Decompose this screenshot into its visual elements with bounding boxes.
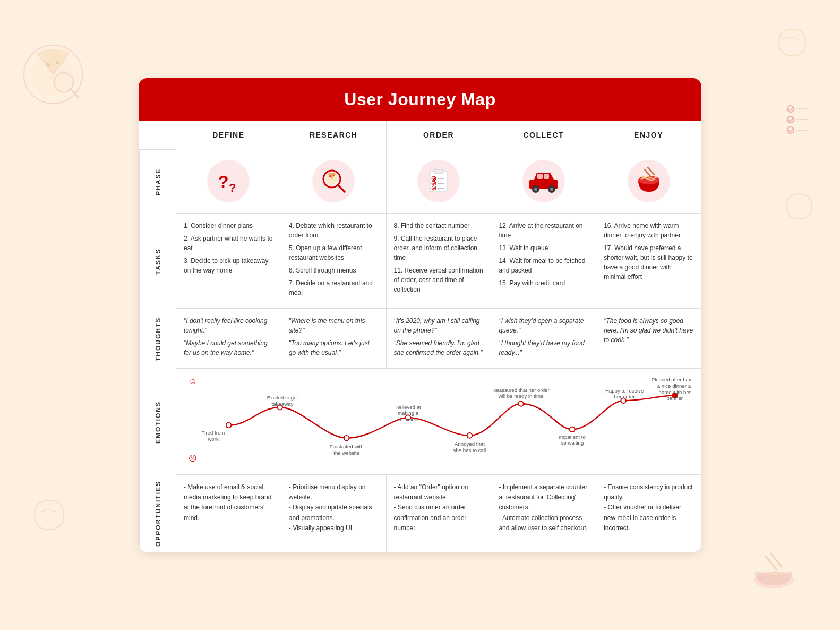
col-header-collect: COLLECT	[491, 121, 596, 149]
emotions-label: EMOTIONS	[139, 369, 176, 475]
svg-text:decision: decision	[399, 416, 417, 422]
svg-text:she has to call: she has to call	[453, 447, 486, 453]
svg-point-23	[332, 175, 334, 176]
svg-rect-25	[434, 169, 443, 174]
svg-text:☺: ☺	[188, 377, 197, 386]
svg-text:partner: partner	[666, 395, 683, 401]
svg-text:Relieved at: Relieved at	[395, 404, 421, 410]
phase-label: PHASE	[139, 149, 176, 214]
phase-research	[281, 149, 387, 214]
svg-text:making a: making a	[398, 410, 419, 416]
svg-text:Frustrated with: Frustrated with	[330, 444, 364, 449]
svg-point-11	[787, 106, 794, 112]
svg-text:a nice dinner at: a nice dinner at	[657, 383, 691, 389]
tasks-define: 1. Consider dinner plans 2. Ask partner …	[176, 214, 281, 309]
svg-point-0	[24, 45, 82, 104]
phase-order	[387, 149, 492, 214]
opps-order: - Add an "Order" option on restaurant we…	[387, 475, 492, 552]
svg-point-6	[54, 73, 73, 92]
phase-enjoy-icon	[628, 160, 670, 202]
svg-text:Annoyed that: Annoyed that	[455, 441, 485, 447]
tasks-order: 8. Find the contact number 9. Call the r…	[387, 214, 492, 309]
opps-define: - Make use of email & social media marke…	[176, 475, 281, 552]
svg-line-4	[37, 53, 53, 74]
svg-point-1	[32, 53, 74, 96]
phase-order-icon	[417, 160, 460, 202]
svg-text:her order: her order	[614, 394, 636, 399]
col-header-research: RESEARCH	[281, 121, 387, 149]
svg-text:?: ?	[229, 181, 236, 194]
page-title: User Journey Map	[139, 90, 701, 109]
col-header-order: ORDER	[387, 121, 492, 149]
phase-enjoy	[596, 149, 701, 214]
svg-point-46	[344, 436, 349, 441]
tasks-enjoy: 16. Arrive home with warm dinner to enjo…	[596, 214, 701, 309]
svg-text:Impatient to: Impatient to	[559, 434, 585, 440]
svg-text:will be ready in time: will be ready in time	[498, 393, 544, 399]
thoughts-label: THOUGHTS	[139, 309, 176, 369]
corner-cell	[139, 121, 176, 149]
svg-line-7	[71, 89, 79, 97]
journey-table: DEFINE RESEARCH ORDER COLLECT ENJOY PHAS…	[139, 121, 701, 552]
svg-text:Reassured that her order: Reassured that her order	[492, 387, 550, 393]
phase-define: ? ?	[176, 149, 281, 214]
svg-point-36	[534, 188, 537, 191]
tasks-label: TASKS	[139, 214, 176, 309]
svg-text:Pleased after having: Pleased after having	[652, 377, 691, 382]
svg-text:Happy to receive: Happy to receive	[605, 388, 644, 394]
phase-research-icon	[312, 160, 355, 202]
svg-point-3	[56, 61, 59, 64]
col-header-define: DEFINE	[176, 121, 281, 149]
svg-text:Excited to get: Excited to get	[267, 395, 298, 401]
tasks-collect: 12. Arrive at the restaurant on time 13.…	[491, 214, 596, 309]
col-header-enjoy: ENJOY	[596, 121, 701, 149]
svg-line-9	[766, 556, 776, 569]
svg-point-22	[329, 175, 331, 177]
svg-text:be waiting: be waiting	[561, 440, 584, 446]
journey-map-card: User Journey Map DEFINE RESEARCH ORDER C…	[139, 78, 701, 552]
svg-point-48	[467, 433, 473, 438]
opportunities-label: OPPORTUNITIES	[139, 475, 176, 552]
svg-text:Tired from: Tired from	[202, 430, 225, 436]
svg-point-15	[787, 127, 794, 133]
thoughts-research: "Where is the menu on this site?" "Too m…	[281, 309, 387, 369]
svg-text:home with her: home with her	[658, 389, 691, 395]
svg-rect-33	[537, 174, 543, 179]
svg-rect-34	[544, 174, 549, 179]
thoughts-collect: "I wish they'd open a separate queue." "…	[491, 309, 596, 369]
svg-text:?: ?	[218, 172, 229, 191]
phase-collect	[491, 149, 596, 214]
svg-text:takeaway: takeaway	[272, 401, 294, 407]
opps-research: - Prioritise menu display on website. - …	[281, 475, 387, 552]
svg-text:work: work	[207, 436, 219, 442]
svg-point-13	[787, 116, 794, 123]
opps-collect: - Implement a separate counter at restau…	[491, 475, 596, 552]
svg-line-5	[53, 53, 69, 74]
thoughts-enjoy: "The food is always so good here. I'm so…	[596, 309, 701, 369]
svg-line-20	[338, 185, 345, 192]
svg-point-8	[753, 572, 794, 588]
phase-collect-icon	[522, 160, 565, 202]
opps-enjoy: - Ensure consistency in product quality.…	[596, 475, 701, 552]
svg-point-50	[570, 427, 575, 432]
svg-text:the website: the website	[333, 450, 359, 456]
svg-point-38	[550, 188, 553, 191]
svg-point-2	[46, 63, 50, 67]
card-header: User Journey Map	[139, 78, 701, 121]
svg-text:☹: ☹	[188, 454, 197, 463]
phase-define-icon: ? ?	[207, 160, 250, 202]
svg-point-49	[518, 401, 524, 406]
thoughts-order: "It's 2020, why am I still calling on th…	[387, 309, 492, 369]
emotions-chart: ☺ ☹ Tired from work Excited t	[176, 369, 701, 475]
svg-line-10	[771, 554, 782, 567]
thoughts-define: "I don't really feel like cooking tonigh…	[176, 309, 281, 369]
svg-point-44	[226, 423, 232, 428]
tasks-research: 4. Debate which restaurant to order from…	[281, 214, 387, 309]
